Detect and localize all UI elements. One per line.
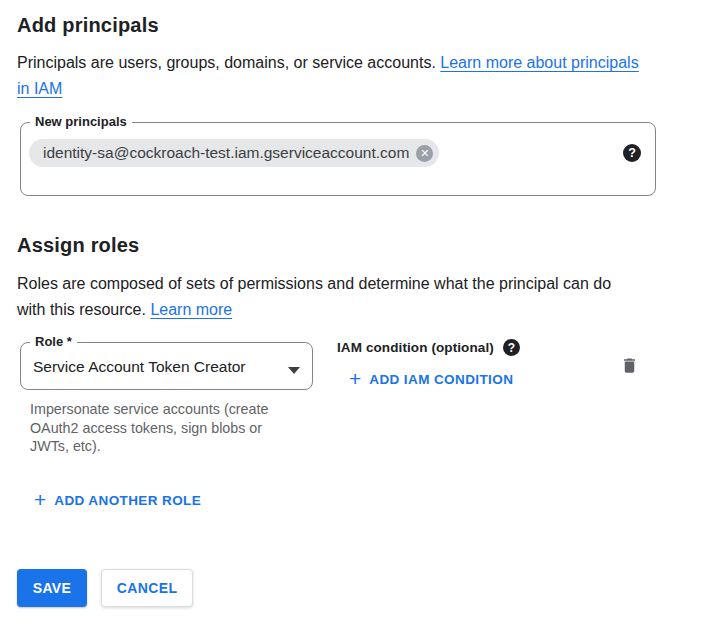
role-select[interactable]: Role * Service Account Token Creator bbox=[20, 342, 313, 390]
principals-description: Principals are users, groups, domains, o… bbox=[17, 50, 641, 102]
add-another-role-button[interactable]: + ADD ANOTHER ROLE bbox=[34, 492, 201, 508]
add-principals-panel: Add principals Principals are users, gro… bbox=[0, 0, 713, 629]
new-principals-label: New principals bbox=[30, 114, 132, 129]
assign-roles-description-text: Roles are composed of sets of permission… bbox=[17, 275, 611, 318]
principals-description-text: Principals are users, groups, domains, o… bbox=[17, 54, 440, 71]
iam-condition-header: IAM condition (optional) ? bbox=[337, 339, 520, 356]
principal-chip: identity-sa@cockroach-test.iam.gservicea… bbox=[29, 139, 439, 167]
save-button[interactable]: SAVE bbox=[17, 569, 87, 607]
plus-icon: + bbox=[349, 371, 361, 387]
role-label: Role * bbox=[30, 334, 77, 349]
role-selected-value: Service Account Token Creator bbox=[33, 358, 246, 376]
assign-roles-description: Roles are composed of sets of permission… bbox=[17, 271, 641, 323]
delete-role-button[interactable] bbox=[618, 354, 641, 380]
iam-condition-label: IAM condition (optional) bbox=[337, 340, 494, 355]
add-another-role-label: ADD ANOTHER ROLE bbox=[54, 493, 201, 508]
chip-remove-icon[interactable]: ✕ bbox=[416, 145, 433, 162]
page-title: Add principals bbox=[17, 14, 159, 37]
assign-roles-title: Assign roles bbox=[17, 234, 139, 257]
plus-icon: + bbox=[34, 492, 46, 508]
caret-down-icon bbox=[288, 367, 300, 374]
principal-chip-value: identity-sa@cockroach-test.iam.gservicea… bbox=[43, 144, 409, 162]
new-principals-help-icon[interactable]: ? bbox=[623, 144, 641, 162]
trash-icon bbox=[620, 356, 639, 375]
add-iam-condition-label: ADD IAM CONDITION bbox=[369, 372, 513, 387]
role-helper-text: Impersonate service accounts (create OAu… bbox=[30, 400, 294, 456]
cancel-button[interactable]: CANCEL bbox=[101, 569, 193, 607]
add-iam-condition-button[interactable]: + ADD IAM CONDITION bbox=[349, 371, 513, 387]
learn-more-roles-link[interactable]: Learn more bbox=[150, 301, 232, 318]
iam-condition-help-icon[interactable]: ? bbox=[503, 339, 520, 356]
new-principals-field[interactable]: New principals identity-sa@cockroach-tes… bbox=[20, 122, 656, 196]
